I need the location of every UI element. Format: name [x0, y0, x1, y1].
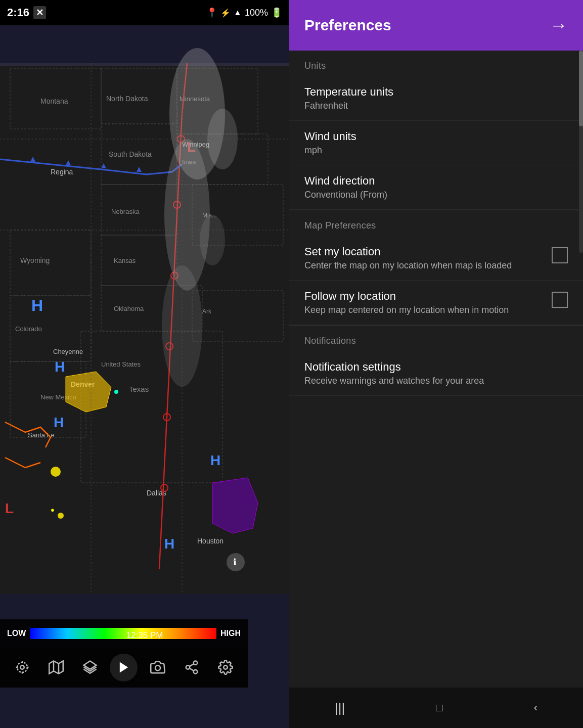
bluetooth-icon: ⚡ [220, 8, 231, 18]
status-left: 2:16 ✕ [7, 6, 46, 19]
preferences-content: Units Temperature units Fahrenheit Wind … [289, 51, 583, 728]
set-location-checkbox[interactable] [552, 247, 568, 263]
status-bar: 2:16 ✕ 📍 ⚡ ▲ 100% 🔋 [0, 0, 289, 25]
svg-text:Texas: Texas [129, 385, 149, 393]
locate-button[interactable] [8, 654, 36, 681]
legend-low-label: LOW [7, 629, 26, 638]
legend-time: 12:35 PM [126, 630, 163, 641]
camera-button[interactable] [144, 654, 172, 681]
preferences-header[interactable]: Preferences → [289, 0, 583, 51]
svg-point-83 [186, 665, 190, 669]
follow-location-checkbox[interactable] [552, 292, 568, 308]
svg-marker-80 [120, 662, 128, 673]
layers-button[interactable] [76, 654, 104, 681]
svg-text:Cheyenne: Cheyenne [53, 348, 83, 355]
svg-point-59 [207, 109, 238, 169]
notifications-section-label: Notifications [289, 326, 583, 351]
svg-point-87 [224, 665, 228, 669]
svg-text:Kansas: Kansas [114, 257, 136, 264]
svg-text:Wyoming: Wyoming [20, 256, 50, 264]
svg-text:South Dakota: South Dakota [109, 150, 152, 158]
temperature-units-title: Temperature units [304, 85, 568, 99]
set-location-subtitle: Center the map on my location when map i… [304, 260, 542, 271]
svg-text:H: H [55, 359, 65, 375]
location-icon: 📍 [206, 7, 217, 18]
temperature-units-item[interactable]: Temperature units Fahrenheit [289, 76, 583, 121]
svg-point-71 [17, 662, 27, 672]
notification-icon: ✕ [33, 6, 46, 19]
play-button[interactable] [110, 654, 138, 681]
status-right: 📍 ⚡ ▲ 100% 🔋 [206, 7, 282, 18]
notification-settings-item[interactable]: Notification settings Receive warnings a… [289, 351, 583, 396]
svg-text:Nebraska: Nebraska [111, 208, 140, 215]
follow-location-item[interactable]: Follow my location Keep map centered on … [289, 281, 583, 325]
wind-units-value: mph [304, 145, 568, 156]
svg-text:Houston: Houston [197, 537, 223, 545]
svg-rect-15 [0, 63, 289, 66]
svg-text:●: ● [51, 506, 55, 514]
svg-text:North Dakota: North Dakota [106, 95, 148, 103]
svg-text:L: L [5, 500, 14, 516]
units-section-label: Units [289, 51, 583, 76]
svg-text:H: H [31, 296, 43, 314]
preferences-forward-arrow[interactable]: → [550, 15, 568, 36]
follow-location-subtitle: Keep map centered on my location when in… [304, 305, 542, 315]
svg-text:Oklahoma: Oklahoma [114, 305, 144, 312]
battery-text: 100% [245, 8, 268, 18]
svg-point-60 [200, 215, 225, 265]
svg-text:Ark: Ark [202, 308, 212, 315]
preferences-title: Preferences [304, 17, 391, 34]
svg-text:Regina: Regina [51, 168, 73, 176]
set-location-title: Set my location [304, 245, 542, 258]
legend-bar: LOW HIGH [0, 619, 248, 647]
scrollbar-track[interactable] [579, 51, 583, 253]
settings-button[interactable] [212, 654, 240, 681]
svg-text:H: H [54, 415, 64, 430]
toolbar [0, 647, 248, 688]
nav-home-button[interactable]: □ [436, 701, 442, 714]
map-canvas[interactable]: Montana Wyoming Colorado New Mexico Nort… [0, 25, 289, 632]
preferences-panel: Preferences → Units Temperature units Fa… [289, 0, 583, 728]
map-prefs-section-label: Map Preferences [289, 210, 583, 236]
set-location-item[interactable]: Set my location Center the map on my loc… [289, 236, 583, 281]
set-location-text: Set my location Center the map on my loc… [304, 245, 542, 271]
time-display: 2:16 [7, 6, 29, 19]
svg-line-85 [190, 668, 194, 671]
svg-marker-76 [49, 661, 63, 674]
share-button[interactable] [178, 654, 206, 681]
svg-text:H: H [164, 536, 174, 552]
svg-point-65 [114, 390, 118, 394]
signal-icon: ▲ [234, 8, 242, 17]
svg-text:Colorado: Colorado [15, 325, 42, 333]
battery-icon: 🔋 [271, 7, 282, 18]
legend-gradient [30, 628, 216, 639]
svg-point-67 [58, 513, 64, 519]
wind-direction-value: Conventional (From) [304, 190, 568, 200]
nav-back-button[interactable]: ‹ [534, 701, 537, 714]
svg-text:Montana: Montana [40, 97, 68, 105]
notification-settings-subtitle: Receive warnings and watches for your ar… [304, 376, 568, 386]
map-section: 2:16 ✕ 📍 ⚡ ▲ 100% 🔋 [0, 0, 289, 728]
svg-point-70 [20, 665, 24, 669]
map-button[interactable] [42, 654, 70, 681]
legend-high-label: HIGH [220, 629, 241, 638]
nav-recent-button[interactable]: ||| [335, 700, 345, 716]
temperature-units-value: Fahrenheit [304, 101, 568, 111]
follow-location-title: Follow my location [304, 290, 542, 303]
svg-text:H: H [210, 452, 220, 468]
svg-point-82 [194, 661, 198, 665]
notification-settings-title: Notification settings [304, 360, 568, 374]
svg-point-81 [155, 665, 160, 670]
wind-units-title: Wind units [304, 130, 568, 143]
wind-direction-item[interactable]: Wind direction Conventional (From) [289, 165, 583, 210]
svg-point-84 [194, 670, 198, 674]
scrollbar-thumb[interactable] [579, 51, 583, 126]
wind-direction-title: Wind direction [304, 174, 568, 188]
svg-line-86 [190, 664, 194, 666]
android-nav-bar: ||| □ ‹ [289, 688, 583, 728]
wind-units-item[interactable]: Wind units mph [289, 121, 583, 165]
svg-point-66 [51, 467, 61, 477]
follow-location-text: Follow my location Keep map centered on … [304, 290, 542, 315]
svg-text:United States: United States [101, 360, 141, 368]
svg-text:ℹ: ℹ [233, 557, 237, 567]
